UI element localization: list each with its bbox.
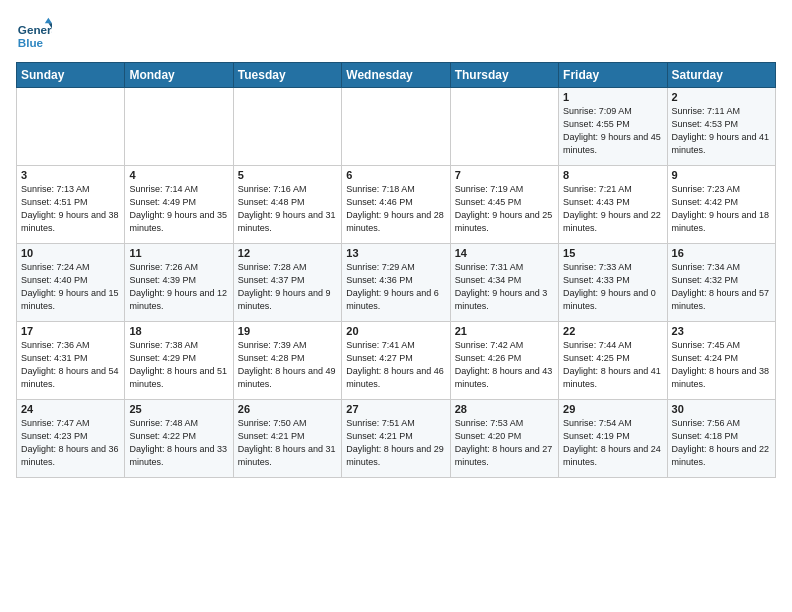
day-info: Sunrise: 7:42 AM Sunset: 4:26 PM Dayligh… [455, 339, 554, 391]
day-info: Sunrise: 7:19 AM Sunset: 4:45 PM Dayligh… [455, 183, 554, 235]
day-info: Sunrise: 7:28 AM Sunset: 4:37 PM Dayligh… [238, 261, 337, 313]
day-info: Sunrise: 7:21 AM Sunset: 4:43 PM Dayligh… [563, 183, 662, 235]
calendar-cell: 26Sunrise: 7:50 AM Sunset: 4:21 PM Dayli… [233, 400, 341, 478]
day-info: Sunrise: 7:36 AM Sunset: 4:31 PM Dayligh… [21, 339, 120, 391]
day-number: 11 [129, 247, 228, 259]
calendar-cell: 7Sunrise: 7:19 AM Sunset: 4:45 PM Daylig… [450, 166, 558, 244]
day-number: 19 [238, 325, 337, 337]
calendar-week-2: 3Sunrise: 7:13 AM Sunset: 4:51 PM Daylig… [17, 166, 776, 244]
day-number: 28 [455, 403, 554, 415]
calendar-cell: 16Sunrise: 7:34 AM Sunset: 4:32 PM Dayli… [667, 244, 775, 322]
day-info: Sunrise: 7:39 AM Sunset: 4:28 PM Dayligh… [238, 339, 337, 391]
day-info: Sunrise: 7:54 AM Sunset: 4:19 PM Dayligh… [563, 417, 662, 469]
weekday-header-wednesday: Wednesday [342, 63, 450, 88]
calendar-cell: 21Sunrise: 7:42 AM Sunset: 4:26 PM Dayli… [450, 322, 558, 400]
weekday-header-sunday: Sunday [17, 63, 125, 88]
day-info: Sunrise: 7:31 AM Sunset: 4:34 PM Dayligh… [455, 261, 554, 313]
calendar-cell: 22Sunrise: 7:44 AM Sunset: 4:25 PM Dayli… [559, 322, 667, 400]
calendar-cell: 11Sunrise: 7:26 AM Sunset: 4:39 PM Dayli… [125, 244, 233, 322]
calendar-week-4: 17Sunrise: 7:36 AM Sunset: 4:31 PM Dayli… [17, 322, 776, 400]
day-info: Sunrise: 7:50 AM Sunset: 4:21 PM Dayligh… [238, 417, 337, 469]
day-number: 29 [563, 403, 662, 415]
day-info: Sunrise: 7:23 AM Sunset: 4:42 PM Dayligh… [672, 183, 771, 235]
day-info: Sunrise: 7:41 AM Sunset: 4:27 PM Dayligh… [346, 339, 445, 391]
day-number: 8 [563, 169, 662, 181]
calendar-cell: 30Sunrise: 7:56 AM Sunset: 4:18 PM Dayli… [667, 400, 775, 478]
weekday-header-friday: Friday [559, 63, 667, 88]
svg-marker-2 [45, 18, 52, 23]
day-number: 4 [129, 169, 228, 181]
calendar-cell: 13Sunrise: 7:29 AM Sunset: 4:36 PM Dayli… [342, 244, 450, 322]
day-info: Sunrise: 7:24 AM Sunset: 4:40 PM Dayligh… [21, 261, 120, 313]
day-number: 20 [346, 325, 445, 337]
day-info: Sunrise: 7:16 AM Sunset: 4:48 PM Dayligh… [238, 183, 337, 235]
calendar-cell: 25Sunrise: 7:48 AM Sunset: 4:22 PM Dayli… [125, 400, 233, 478]
day-info: Sunrise: 7:51 AM Sunset: 4:21 PM Dayligh… [346, 417, 445, 469]
calendar-table: SundayMondayTuesdayWednesdayThursdayFrid… [16, 62, 776, 478]
day-number: 22 [563, 325, 662, 337]
day-number: 27 [346, 403, 445, 415]
weekday-header-thursday: Thursday [450, 63, 558, 88]
day-number: 23 [672, 325, 771, 337]
logo-icon: General Blue [16, 16, 52, 52]
day-number: 26 [238, 403, 337, 415]
calendar-cell: 19Sunrise: 7:39 AM Sunset: 4:28 PM Dayli… [233, 322, 341, 400]
weekday-header-row: SundayMondayTuesdayWednesdayThursdayFrid… [17, 63, 776, 88]
day-number: 18 [129, 325, 228, 337]
day-info: Sunrise: 7:56 AM Sunset: 4:18 PM Dayligh… [672, 417, 771, 469]
day-number: 17 [21, 325, 120, 337]
calendar-cell: 5Sunrise: 7:16 AM Sunset: 4:48 PM Daylig… [233, 166, 341, 244]
calendar-cell: 3Sunrise: 7:13 AM Sunset: 4:51 PM Daylig… [17, 166, 125, 244]
day-info: Sunrise: 7:09 AM Sunset: 4:55 PM Dayligh… [563, 105, 662, 157]
day-info: Sunrise: 7:11 AM Sunset: 4:53 PM Dayligh… [672, 105, 771, 157]
calendar-cell: 23Sunrise: 7:45 AM Sunset: 4:24 PM Dayli… [667, 322, 775, 400]
day-info: Sunrise: 7:33 AM Sunset: 4:33 PM Dayligh… [563, 261, 662, 313]
calendar-cell: 18Sunrise: 7:38 AM Sunset: 4:29 PM Dayli… [125, 322, 233, 400]
day-info: Sunrise: 7:14 AM Sunset: 4:49 PM Dayligh… [129, 183, 228, 235]
day-number: 6 [346, 169, 445, 181]
day-number: 12 [238, 247, 337, 259]
weekday-header-saturday: Saturday [667, 63, 775, 88]
calendar-cell: 4Sunrise: 7:14 AM Sunset: 4:49 PM Daylig… [125, 166, 233, 244]
day-info: Sunrise: 7:48 AM Sunset: 4:22 PM Dayligh… [129, 417, 228, 469]
weekday-header-monday: Monday [125, 63, 233, 88]
day-number: 24 [21, 403, 120, 415]
day-number: 15 [563, 247, 662, 259]
calendar-cell: 2Sunrise: 7:11 AM Sunset: 4:53 PM Daylig… [667, 88, 775, 166]
day-info: Sunrise: 7:26 AM Sunset: 4:39 PM Dayligh… [129, 261, 228, 313]
calendar-cell: 14Sunrise: 7:31 AM Sunset: 4:34 PM Dayli… [450, 244, 558, 322]
calendar-cell: 17Sunrise: 7:36 AM Sunset: 4:31 PM Dayli… [17, 322, 125, 400]
day-info: Sunrise: 7:29 AM Sunset: 4:36 PM Dayligh… [346, 261, 445, 313]
calendar-cell: 6Sunrise: 7:18 AM Sunset: 4:46 PM Daylig… [342, 166, 450, 244]
calendar-week-1: 1Sunrise: 7:09 AM Sunset: 4:55 PM Daylig… [17, 88, 776, 166]
day-number: 21 [455, 325, 554, 337]
calendar-cell [17, 88, 125, 166]
day-number: 9 [672, 169, 771, 181]
svg-text:Blue: Blue [18, 36, 44, 49]
day-number: 10 [21, 247, 120, 259]
day-number: 16 [672, 247, 771, 259]
day-info: Sunrise: 7:18 AM Sunset: 4:46 PM Dayligh… [346, 183, 445, 235]
calendar-cell: 8Sunrise: 7:21 AM Sunset: 4:43 PM Daylig… [559, 166, 667, 244]
day-number: 1 [563, 91, 662, 103]
day-number: 3 [21, 169, 120, 181]
calendar-cell: 29Sunrise: 7:54 AM Sunset: 4:19 PM Dayli… [559, 400, 667, 478]
day-number: 14 [455, 247, 554, 259]
svg-text:General: General [18, 23, 52, 36]
calendar-cell: 9Sunrise: 7:23 AM Sunset: 4:42 PM Daylig… [667, 166, 775, 244]
day-info: Sunrise: 7:13 AM Sunset: 4:51 PM Dayligh… [21, 183, 120, 235]
calendar-cell [450, 88, 558, 166]
calendar-cell: 1Sunrise: 7:09 AM Sunset: 4:55 PM Daylig… [559, 88, 667, 166]
day-info: Sunrise: 7:45 AM Sunset: 4:24 PM Dayligh… [672, 339, 771, 391]
day-number: 30 [672, 403, 771, 415]
calendar-cell [342, 88, 450, 166]
weekday-header-tuesday: Tuesday [233, 63, 341, 88]
day-number: 2 [672, 91, 771, 103]
calendar-cell: 20Sunrise: 7:41 AM Sunset: 4:27 PM Dayli… [342, 322, 450, 400]
calendar-cell: 28Sunrise: 7:53 AM Sunset: 4:20 PM Dayli… [450, 400, 558, 478]
day-info: Sunrise: 7:53 AM Sunset: 4:20 PM Dayligh… [455, 417, 554, 469]
day-info: Sunrise: 7:44 AM Sunset: 4:25 PM Dayligh… [563, 339, 662, 391]
logo: General Blue [16, 16, 56, 52]
day-number: 7 [455, 169, 554, 181]
calendar-cell [125, 88, 233, 166]
